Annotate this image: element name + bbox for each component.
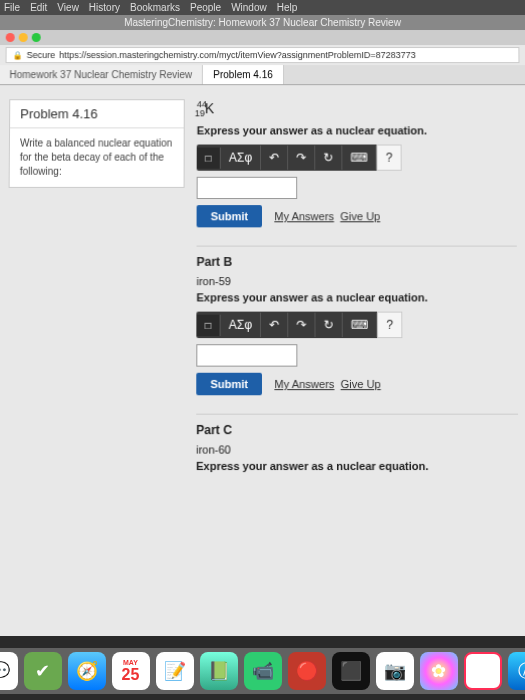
greek-button[interactable]: ΑΣφ xyxy=(221,313,262,337)
menu-help[interactable]: Help xyxy=(277,2,298,13)
give-up-link[interactable]: Give Up xyxy=(340,211,380,223)
secure-label: Secure xyxy=(27,50,56,60)
dock-app-icon[interactable]: ✔ xyxy=(24,652,62,690)
answer-input-a[interactable] xyxy=(197,177,298,199)
template-button[interactable]: □ xyxy=(197,147,221,168)
menu-people[interactable]: People xyxy=(190,2,221,13)
problem-body: Write a balanced nuclear equation for th… xyxy=(10,128,184,186)
window-controls xyxy=(0,30,525,45)
template-button[interactable]: □ xyxy=(196,315,220,336)
dock-app4-icon[interactable]: ⬛ xyxy=(332,652,370,690)
redo-button[interactable]: ↷ xyxy=(288,313,315,337)
prompt-a: Express your answer as a nuclear equatio… xyxy=(197,125,516,137)
problem-panel: Problem 4.16 Write a balanced nuclear eq… xyxy=(9,99,185,188)
redo-button[interactable]: ↷ xyxy=(288,146,315,170)
dock-photobooth-icon[interactable]: 📷 xyxy=(376,652,414,690)
dock-calendar-icon[interactable]: MAY25 xyxy=(112,652,150,690)
dock-app3-icon[interactable]: 🔴 xyxy=(288,652,326,690)
prompt-b: Express your answer as a nuclear equatio… xyxy=(196,292,517,304)
equation-toolbar-a: □ ΑΣφ ↶ ↷ ↻ ⌨ ? xyxy=(197,145,402,171)
menu-bookmarks[interactable]: Bookmarks xyxy=(130,2,180,13)
menu-edit[interactable]: Edit xyxy=(30,2,47,13)
dock-facetime-icon[interactable]: 📹 xyxy=(244,652,282,690)
help-button[interactable]: ? xyxy=(377,312,402,338)
minimize-icon[interactable] xyxy=(19,33,28,42)
maximize-icon[interactable] xyxy=(32,33,41,42)
dock-appstore-icon[interactable]: Ⓐ2 xyxy=(508,652,526,690)
os-menubar: File Edit View History Bookmarks People … xyxy=(0,0,525,15)
reset-button[interactable]: ↻ xyxy=(315,146,342,170)
part-c-heading: Part C xyxy=(196,414,518,438)
greek-button[interactable]: ΑΣφ xyxy=(221,146,261,170)
page-tabs: Homework 37 Nuclear Chemistry Review Pro… xyxy=(0,65,525,85)
dock-messages-icon[interactable]: 💬 xyxy=(0,652,18,690)
undo-button[interactable]: ↶ xyxy=(261,313,288,337)
tab-problem[interactable]: Problem 4.16 xyxy=(203,65,284,84)
equation-toolbar-b: □ ΑΣφ ↶ ↷ ↻ ⌨ ? xyxy=(196,312,402,338)
part-c-sub: iron-60 xyxy=(196,444,518,456)
reset-button[interactable]: ↻ xyxy=(316,313,343,337)
lock-icon: 🔒 xyxy=(13,51,23,60)
submit-button-b[interactable]: Submit xyxy=(196,373,262,395)
dock-itunes-icon[interactable]: ♪ xyxy=(464,652,502,690)
close-icon[interactable] xyxy=(6,33,15,42)
answer-links-a: My Answers Give Up xyxy=(274,211,380,223)
submit-button-a[interactable]: Submit xyxy=(197,206,263,228)
keyboard-button[interactable]: ⌨ xyxy=(343,146,377,170)
my-answers-link[interactable]: My Answers xyxy=(274,378,334,390)
dock-notes-icon[interactable]: 📝 xyxy=(156,652,194,690)
url-text: https://session.masteringchemistry.com/m… xyxy=(59,50,416,60)
dock-safari-icon[interactable]: 🧭 xyxy=(68,652,106,690)
macos-dock: 💬 ✔ 🧭 MAY25 📝 📗 📹 🔴 ⬛ 📷 ✿ ♪ Ⓐ2 xyxy=(0,648,525,694)
my-answers-link[interactable]: My Answers xyxy=(274,211,334,223)
part-b-heading: Part B xyxy=(196,246,516,269)
undo-button[interactable]: ↶ xyxy=(261,146,288,170)
address-bar[interactable]: 🔒 Secure https://session.masteringchemis… xyxy=(6,47,520,63)
help-button[interactable]: ? xyxy=(377,145,402,171)
answer-links-b: My Answers Give Up xyxy=(274,378,380,390)
problem-title: Problem 4.16 xyxy=(10,100,184,128)
isotope-label: 4419K xyxy=(197,99,516,119)
part-b-sub: iron-59 xyxy=(196,275,517,287)
prompt-c: Express your answer as a nuclear equatio… xyxy=(196,460,518,472)
menu-view[interactable]: View xyxy=(57,2,79,13)
menu-window[interactable]: Window xyxy=(231,2,267,13)
answer-input-b[interactable] xyxy=(196,345,297,367)
menu-file[interactable]: File xyxy=(4,2,20,13)
menu-history[interactable]: History xyxy=(89,2,120,13)
dock-photos-icon[interactable]: ✿ xyxy=(420,652,458,690)
window-title: MasteringChemistry: Homework 37 Nuclear … xyxy=(0,15,525,30)
tab-homework[interactable]: Homework 37 Nuclear Chemistry Review xyxy=(0,65,203,84)
keyboard-button[interactable]: ⌨ xyxy=(343,313,377,337)
dock-app2-icon[interactable]: 📗 xyxy=(200,652,238,690)
give-up-link[interactable]: Give Up xyxy=(341,378,381,390)
